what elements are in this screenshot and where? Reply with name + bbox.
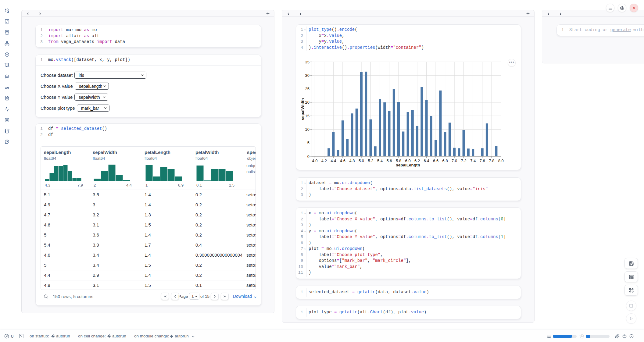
- svg-text:5: 5: [307, 141, 309, 145]
- svg-text:6.2: 6.2: [414, 159, 420, 163]
- svg-text:6.0: 6.0: [405, 159, 411, 163]
- svg-text:5.4: 5.4: [377, 159, 383, 163]
- svg-text:7.6: 7.6: [480, 159, 485, 163]
- svg-text:7.2: 7.2: [461, 159, 467, 163]
- svg-text:35: 35: [305, 60, 309, 64]
- svg-text:10: 10: [305, 127, 309, 132]
- svg-text:20: 20: [305, 100, 309, 105]
- svg-text:5.6: 5.6: [386, 159, 392, 163]
- svg-text:6.4: 6.4: [424, 159, 429, 163]
- svg-text:4.6: 4.6: [340, 159, 345, 163]
- svg-text:15: 15: [305, 114, 309, 118]
- svg-text:7.0: 7.0: [452, 159, 457, 163]
- svg-text:4.0: 4.0: [312, 159, 317, 163]
- svg-text:6.6: 6.6: [433, 159, 438, 163]
- svg-text:sepalWidth: sepalWidth: [300, 98, 305, 120]
- svg-text:7.4: 7.4: [470, 159, 476, 163]
- svg-text:5.0: 5.0: [359, 159, 364, 163]
- svg-text:sepalLength: sepalLength: [396, 163, 420, 167]
- svg-text:25: 25: [305, 87, 309, 91]
- svg-text:4.4: 4.4: [331, 159, 336, 163]
- svg-text:8.0: 8.0: [498, 159, 504, 163]
- svg-text:7.8: 7.8: [489, 159, 494, 163]
- svg-text:5.2: 5.2: [368, 159, 373, 163]
- svg-text:4.2: 4.2: [321, 159, 327, 163]
- svg-text:0: 0: [307, 154, 309, 159]
- svg-text:6.8: 6.8: [442, 159, 448, 163]
- svg-text:4.8: 4.8: [349, 159, 355, 163]
- svg-text:30: 30: [305, 73, 309, 78]
- svg-text:5.8: 5.8: [396, 159, 401, 163]
